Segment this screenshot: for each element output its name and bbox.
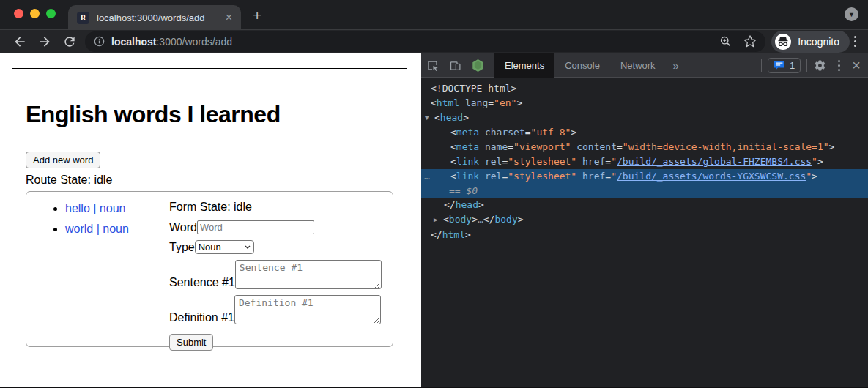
tree-expand-icon[interactable]: ▼: [425, 111, 434, 126]
word-row: Word: [169, 220, 382, 234]
submit-button[interactable]: Submit: [169, 334, 213, 351]
maximize-window-button[interactable]: [46, 9, 56, 18]
add-word-form: Form State: idle Word Type Noun: [169, 192, 382, 346]
incognito-label: Incognito: [798, 36, 839, 48]
words-panel: hello | noun world | noun Form State: id…: [26, 191, 393, 347]
sentence-row: Sentence #1: [169, 260, 382, 289]
close-window-button[interactable]: [14, 9, 23, 18]
sentence-label: Sentence #1: [169, 276, 235, 289]
add-new-word-button[interactable]: Add new word: [26, 152, 100, 168]
toolbar-separator: [492, 59, 492, 72]
tab-console[interactable]: Console: [554, 53, 610, 78]
devtools-panel: Elements Console Network » 1 × <!DOCTYPE…: [421, 53, 868, 387]
tab-strip: R localhost:3000/words/add × + ▼: [0, 0, 868, 30]
extension-hexagon-icon[interactable]: [472, 59, 484, 72]
devtools-menu-icon[interactable]: [838, 60, 840, 71]
word-link-world[interactable]: world | noun: [65, 223, 129, 235]
issues-bubble-icon: [774, 60, 785, 70]
code-line[interactable]: </html>: [421, 228, 868, 242]
devtools-toolbar: Elements Console Network » 1 ×: [421, 53, 868, 78]
type-label: Type: [169, 241, 195, 254]
inspect-element-icon[interactable]: [426, 59, 439, 72]
route-state-text: Route State: idle: [26, 174, 393, 187]
devtools-code: <!DOCTYPE html><html lang="en">▼<head><m…: [421, 78, 868, 387]
browser-tab[interactable]: R localhost:3000/words/add ×: [68, 5, 241, 30]
gutter-ellipsis-icon[interactable]: …: [424, 169, 430, 184]
code-line[interactable]: <html lang="en">: [421, 96, 868, 111]
device-toolbar-icon[interactable]: [449, 59, 461, 72]
back-icon[interactable]: [12, 34, 27, 49]
definition-textarea[interactable]: [234, 295, 381, 324]
settings-gear-icon[interactable]: [814, 59, 826, 72]
page-title: English words I learned: [26, 101, 393, 128]
code-line[interactable]: <meta name="viewport" content="width=dev…: [421, 140, 868, 154]
tab-close-icon[interactable]: ×: [224, 12, 234, 23]
navigation-toolbar: localhost:3000/words/add Incognito: [0, 30, 868, 53]
minimize-window-button[interactable]: [30, 9, 40, 18]
new-tab-button[interactable]: +: [253, 7, 261, 24]
code-line[interactable]: <meta charset="utf-8">: [421, 125, 868, 140]
code-line[interactable]: ▶<body>…</body>: [421, 212, 868, 228]
zoom-icon[interactable]: [719, 35, 732, 48]
code-line[interactable]: </head>: [421, 198, 868, 212]
tab-title: localhost:3000/words/add: [97, 12, 224, 23]
sentence-textarea[interactable]: [235, 260, 382, 289]
tab-search-button[interactable]: ▼: [845, 7, 858, 21]
toolbar-separator: [806, 59, 807, 72]
browser-window: R localhost:3000/words/add × + ▼ localho…: [0, 0, 868, 388]
definition-label: Definition #1: [169, 311, 234, 324]
reload-icon[interactable]: [62, 34, 77, 49]
incognito-icon: [774, 33, 792, 51]
word-list: hello | noun world | noun: [26, 202, 169, 346]
url-text: localhost:3000/words/add: [111, 36, 232, 48]
page-content: English words I learned Add new word Rou…: [0, 53, 421, 387]
type-row: Type Noun: [169, 240, 382, 254]
address-bar[interactable]: localhost:3000/words/add: [85, 31, 765, 52]
tab-elements[interactable]: Elements: [494, 53, 554, 78]
site-info-icon[interactable]: [94, 36, 105, 47]
code-line[interactable]: ▼<head>: [421, 111, 868, 126]
remix-favicon-icon: R: [77, 12, 89, 24]
tab-network[interactable]: Network: [610, 53, 666, 78]
list-item: hello | noun: [65, 202, 169, 215]
word-link-hello[interactable]: hello | noun: [65, 202, 125, 214]
code-line[interactable]: <!DOCTYPE html>: [421, 81, 868, 96]
code-line[interactable]: == $0: [421, 184, 868, 198]
issues-count: 1: [790, 60, 795, 71]
word-input[interactable]: [197, 220, 314, 234]
code-line[interactable]: <link rel="stylesheet" href="/build/_ass…: [421, 154, 868, 169]
issues-counter[interactable]: 1: [768, 58, 801, 73]
devtools-close-icon[interactable]: ×: [847, 58, 868, 72]
app-container: English words I learned Add new word Rou…: [12, 68, 407, 368]
tree-expand-icon[interactable]: ▶: [434, 213, 443, 228]
window-controls: [14, 9, 56, 18]
word-label: Word: [169, 221, 197, 234]
form-state-text: Form State: idle: [169, 201, 382, 214]
more-tabs-icon[interactable]: »: [666, 59, 686, 72]
bookmark-star-icon[interactable]: [743, 35, 757, 48]
browser-menu-icon[interactable]: [854, 36, 856, 47]
incognito-badge: Incognito: [771, 31, 850, 53]
toolbar-separator: [761, 59, 762, 72]
definition-row: Definition #1: [169, 295, 382, 324]
type-select[interactable]: Noun: [195, 240, 254, 254]
list-item: world | noun: [65, 223, 169, 236]
tabstrip-divider: [0, 29, 868, 30]
forward-icon[interactable]: [37, 34, 52, 49]
code-line[interactable]: …<link rel="stylesheet" href="/build/_as…: [421, 169, 868, 184]
